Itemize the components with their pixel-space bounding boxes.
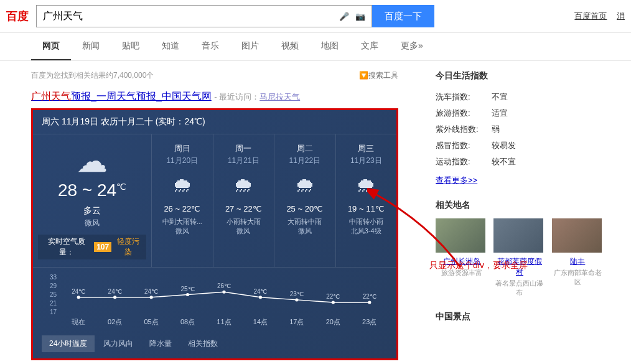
rain-icon: 🌧: [277, 174, 333, 197]
cloudy-night-icon: ☁︎: [38, 146, 146, 177]
result-title: 广州天气预报_一周天气预报_中国天气网 - 最近访问：马尼拉天气: [31, 90, 398, 103]
chart-tab-index[interactable]: 相关指数: [180, 335, 225, 352]
camera-icon[interactable]: 📷: [355, 12, 365, 21]
forecast-day[interactable]: 周日11月20日🌧26 ~ 22℃中到大雨转...微风: [151, 134, 213, 267]
places-title: 相关地名: [436, 200, 604, 211]
today-desc: 多云: [38, 205, 146, 217]
voice-icon[interactable]: 🎤: [339, 12, 349, 21]
tab-image[interactable]: 图片: [230, 33, 270, 60]
tab-music[interactable]: 音乐: [190, 33, 230, 60]
chart-tab-wind[interactable]: 风力风向: [96, 335, 141, 352]
filter-tools[interactable]: 🔽搜索工具: [359, 70, 398, 81]
today-panel: ☁︎ 28 ~ 24℃ 多云 微风 实时空气质量： 107 轻度污染: [33, 134, 151, 267]
home-link[interactable]: 百度首页: [574, 11, 607, 21]
svg-point-6: [295, 298, 298, 301]
place-thumb: [552, 218, 602, 253]
tab-video[interactable]: 视频: [270, 33, 310, 60]
index-row: 洗车指数:不宜: [436, 89, 604, 105]
weather-header: 周六 11月19日 农历十月二十 (实时：24℃): [33, 110, 396, 134]
search-input[interactable]: [37, 6, 339, 27]
place-item[interactable]: 花都芙蓉度假村著名景点西山瀑布: [493, 218, 545, 297]
place-thumb: [493, 218, 543, 253]
result-link[interactable]: 广州天气预报_一周天气预报_中国天气网: [31, 91, 212, 101]
forecast-day[interactable]: 周二11月22日🌧25 ~ 20℃大雨转中雨微风: [274, 134, 335, 267]
tab-news[interactable]: 新闻: [71, 33, 111, 60]
svg-point-3: [186, 293, 189, 296]
forecast-day[interactable]: 周一11月21日🌧27 ~ 22℃小雨转大雨微风: [213, 134, 274, 267]
recent-link[interactable]: 马尼拉天气: [259, 92, 300, 101]
place-item[interactable]: 陆丰广东南部革命老区: [552, 218, 604, 297]
forecast-day[interactable]: 周三11月23日🌧19 ~ 11℃中雨转小雨北风3-4级: [335, 134, 397, 267]
index-row: 紫外线指数:弱: [436, 121, 604, 138]
aqi-badge[interactable]: 实时空气质量： 107 轻度污染: [38, 235, 146, 259]
temp-chart: 3329252117 24℃24℃24℃25℃26℃24℃23℃22℃22℃ 现…: [33, 267, 396, 332]
today-wind: 微风: [38, 218, 146, 228]
index-row: 运动指数:较不宜: [436, 154, 604, 170]
chart-tab-temp[interactable]: 24小时温度: [42, 335, 95, 352]
spots-title: 中国景点: [436, 311, 604, 322]
svg-point-1: [113, 296, 116, 299]
svg-point-0: [77, 296, 80, 299]
baidu-logo: 百度: [6, 9, 29, 24]
rain-icon: 🌧: [216, 174, 272, 197]
search-box: 🎤 📷: [36, 5, 372, 27]
svg-point-8: [368, 301, 371, 304]
svg-point-4: [222, 291, 225, 294]
index-row: 感冒指数:较易发: [436, 138, 604, 154]
index-row: 旅游指数:适宜: [436, 105, 604, 121]
tab-map[interactable]: 地图: [310, 33, 350, 60]
rain-icon: 🌧: [154, 174, 210, 197]
place-item[interactable]: 广州长洲岛旅游资源丰富: [436, 218, 487, 297]
svg-point-2: [149, 296, 152, 299]
svg-point-7: [332, 301, 335, 304]
tabs: 网页 新闻 贴吧 知道 音乐 图片 视频 地图 文库 更多»: [0, 33, 631, 61]
place-thumb: [436, 218, 485, 253]
chart-tab-rain[interactable]: 降水量: [142, 335, 179, 352]
life-index-title: 今日生活指数: [436, 70, 604, 82]
header-links: 百度首页 消: [567, 11, 625, 22]
svg-point-5: [259, 296, 262, 299]
rain-icon: 🌧: [339, 174, 395, 197]
result-count: 百度为您找到相关结果约7,400,000个: [31, 70, 154, 81]
chart-tabs: 24小时温度 风力风向 降水量 相关指数: [33, 332, 396, 358]
tab-more[interactable]: 更多»: [390, 33, 434, 60]
tab-zhidao[interactable]: 知道: [151, 33, 190, 60]
weather-card: 周六 11月19日 农历十月二十 (实时：24℃) ☁︎ 28 ~ 24℃ 多云…: [31, 108, 398, 360]
tab-tieba[interactable]: 贴吧: [111, 33, 151, 60]
tab-wenku[interactable]: 文库: [350, 33, 390, 60]
tab-web[interactable]: 网页: [31, 33, 71, 60]
more-link[interactable]: 查看更多>>: [436, 175, 477, 186]
msg-link[interactable]: 消: [617, 11, 625, 21]
search-button[interactable]: 百度一下: [372, 5, 434, 27]
